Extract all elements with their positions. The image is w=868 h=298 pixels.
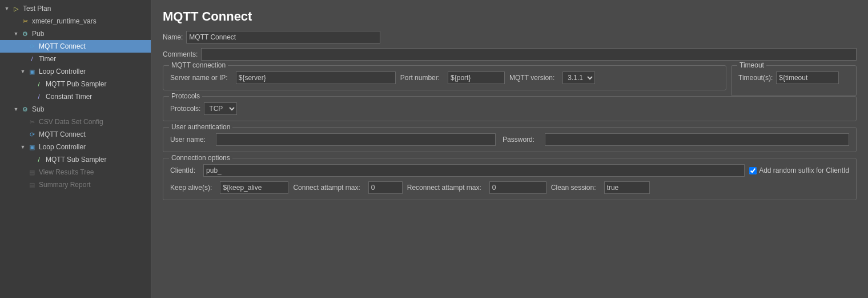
reconnect-max-label: Reconnect attampt max: xyxy=(407,184,481,192)
protocols-row: Protocols: TCP SSL WS WSS xyxy=(170,102,849,115)
const-timer-icon: / xyxy=(34,92,43,101)
add-random-label[interactable]: Add random suffix for ClientId xyxy=(749,166,849,174)
sidebar: ▼▷Test Plan✂xmeter_runtime_vars▼⚙Pub⟳MQT… xyxy=(0,0,151,298)
toggle-loop-controller-1[interactable]: ▼ xyxy=(19,69,26,74)
toggle-pub[interactable]: ▼ xyxy=(13,31,19,37)
sidebar-label-sub: Sub xyxy=(32,105,44,113)
sidebar-item-mqtt-pub-sampler[interactable]: /MQTT Pub Sampler xyxy=(0,78,151,90)
sidebar-label-pub: Pub xyxy=(32,30,44,38)
name-row: Name: xyxy=(163,31,857,43)
connect-max-label: Connect attampt max: xyxy=(293,184,360,192)
server-label: Server name or IP: xyxy=(170,74,228,82)
sidebar-item-loop-controller-2[interactable]: ▼▣Loop Controller xyxy=(0,141,151,153)
sidebar-label-mqtt-sub-sampler: MQTT Sub Sampler xyxy=(46,156,106,164)
server-input[interactable] xyxy=(236,71,396,84)
vars-icon: ✂ xyxy=(21,17,30,26)
page-title: MQTT Connect xyxy=(163,9,857,24)
version-label: MQTT version: xyxy=(509,74,554,82)
top-sections: MQTT connection Server name or IP: Port … xyxy=(163,65,857,96)
connection-options-section: Connection options ClientId: Add random … xyxy=(163,158,857,200)
user-name-label: User name: xyxy=(170,136,206,144)
password-input[interactable] xyxy=(545,133,849,146)
sampler-icon: / xyxy=(34,155,43,164)
sidebar-item-mqtt-connect[interactable]: ⟳MQTT Connect xyxy=(0,40,151,53)
loop-icon: ▣ xyxy=(27,142,37,152)
conn-options-legend: Connection options xyxy=(169,154,232,162)
timer-icon: / xyxy=(27,54,37,63)
sidebar-label-loop-controller-2: Loop Controller xyxy=(39,143,86,151)
sidebar-label-view-results-tree: View Results Tree xyxy=(39,168,94,176)
toggle-test-plan[interactable]: ▼ xyxy=(3,6,10,11)
sidebar-item-constant-timer[interactable]: /Constant Timer xyxy=(0,90,151,103)
protocols-select[interactable]: TCP SSL WS WSS xyxy=(204,102,237,115)
comments-label: Comments: xyxy=(163,50,198,58)
clean-session-label: Clean session: xyxy=(551,184,596,192)
port-input[interactable] xyxy=(448,71,505,84)
mqtt-connection-legend: MQTT connection xyxy=(169,61,228,69)
sidebar-item-loop-controller-1[interactable]: ▼▣Loop Controller xyxy=(0,65,151,78)
timeout-s-label: Timeout(s): xyxy=(738,74,773,82)
main-panel: MQTT Connect Name: Comments: MQTT connec… xyxy=(151,0,868,298)
sidebar-item-timer[interactable]: /Timer xyxy=(0,53,151,65)
comments-row: Comments: xyxy=(163,48,857,61)
sidebar-label-mqtt-pub-sampler: MQTT Pub Sampler xyxy=(46,80,106,88)
sidebar-label-test-plan: Test Plan xyxy=(23,5,51,13)
clientid-label: ClientId: xyxy=(170,166,195,174)
add-random-text: Add random suffix for ClientId xyxy=(759,166,849,174)
sidebar-label-loop-controller-1: Loop Controller xyxy=(39,67,86,76)
connect-max-input[interactable] xyxy=(368,181,403,194)
sidebar-item-view-results-tree[interactable]: ▤View Results Tree xyxy=(0,166,151,178)
name-label: Name: xyxy=(163,33,183,41)
sidebar-label-constant-timer: Constant Timer xyxy=(46,93,92,101)
sidebar-item-csv-data-set[interactable]: ✂CSV Data Set Config xyxy=(0,116,151,128)
auth-row: User name: Password: xyxy=(170,133,849,146)
clientid-input[interactable] xyxy=(203,164,745,177)
timeout-input[interactable] xyxy=(776,71,839,84)
toggle-sub[interactable]: ▼ xyxy=(13,106,19,112)
name-input[interactable] xyxy=(186,31,380,43)
timeout-row: Timeout(s): xyxy=(738,71,849,84)
sub-icon: ⚙ xyxy=(21,105,30,114)
version-select[interactable]: 3.1.1 3.1 5.0 xyxy=(562,71,595,84)
sidebar-item-test-plan[interactable]: ▼▷Test Plan xyxy=(0,2,151,15)
timeout-section: Timeout Timeout(s): xyxy=(731,65,857,96)
sidebar-item-summary-report[interactable]: ▤Summary Report xyxy=(0,178,151,191)
report-icon: ▤ xyxy=(27,180,37,189)
user-name-input[interactable] xyxy=(216,133,496,146)
clientid-row: ClientId: Add random suffix for ClientId xyxy=(170,164,849,177)
clean-session-input[interactable] xyxy=(604,181,650,194)
sampler-icon: / xyxy=(34,80,43,89)
comments-input[interactable] xyxy=(201,48,857,61)
reconnect-max-input[interactable] xyxy=(489,181,546,194)
password-label: Password: xyxy=(503,136,535,144)
add-random-checkbox[interactable] xyxy=(749,167,757,174)
sidebar-item-xmeter-vars[interactable]: ✂xmeter_runtime_vars xyxy=(0,15,151,27)
keep-alive-input[interactable] xyxy=(220,181,288,194)
protocols-legend: Protocols xyxy=(169,92,202,100)
pub-icon: ⚙ xyxy=(21,29,30,38)
user-auth-legend: User authentication xyxy=(169,123,232,131)
sidebar-label-csv-data-set: CSV Data Set Config xyxy=(39,118,103,126)
mqtt-icon: ⟳ xyxy=(27,130,37,139)
sidebar-label-xmeter-vars: xmeter_runtime_vars xyxy=(32,17,97,25)
sidebar-item-pub[interactable]: ▼⚙Pub xyxy=(0,27,151,40)
sidebar-label-mqtt-connect-2: MQTT Connect xyxy=(39,130,86,138)
sidebar-item-sub[interactable]: ▼⚙Sub xyxy=(0,103,151,116)
keep-alive-label: Keep alive(s): xyxy=(170,184,212,192)
keep-alive-row: Keep alive(s): Connect attampt max: Reco… xyxy=(170,181,849,194)
toggle-loop-controller-2[interactable]: ▼ xyxy=(19,144,26,150)
protocols-section: Protocols Protocols: TCP SSL WS WSS xyxy=(163,96,857,121)
loop-icon: ▣ xyxy=(27,67,37,76)
sidebar-item-mqtt-sub-sampler[interactable]: /MQTT Sub Sampler xyxy=(0,153,151,166)
sidebar-label-summary-report: Summary Report xyxy=(39,181,91,189)
csv-icon: ✂ xyxy=(27,117,37,126)
port-label: Port number: xyxy=(400,74,440,82)
user-auth-section: User authentication User name: Password: xyxy=(163,127,857,152)
timeout-legend: Timeout xyxy=(737,61,766,69)
connection-row: Server name or IP: Port number: MQTT ver… xyxy=(170,71,719,84)
mqtt-connection-section: MQTT connection Server name or IP: Port … xyxy=(163,65,726,90)
sidebar-item-mqtt-connect-2[interactable]: ⟳MQTT Connect xyxy=(0,128,151,141)
results-icon: ▤ xyxy=(27,168,37,177)
testplan-icon: ▷ xyxy=(11,4,21,13)
sidebar-label-mqtt-connect: MQTT Connect xyxy=(39,42,86,50)
